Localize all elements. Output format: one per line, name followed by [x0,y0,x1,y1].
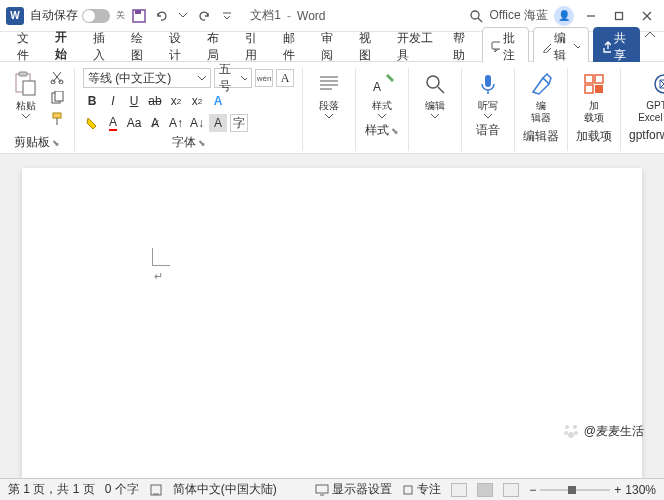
zoom-slider[interactable] [540,489,610,491]
format-painter-icon[interactable] [48,110,66,128]
superscript-button[interactable]: x2 [188,92,206,110]
document-area[interactable]: ↵ [0,154,664,478]
text-effects-icon[interactable]: A [209,92,227,110]
app-name: Word [297,9,325,23]
status-page[interactable]: 第 1 页，共 1 页 [8,481,95,498]
grow-font-icon[interactable]: A↑ [167,114,185,132]
editor-button[interactable]: 编 辑器 [523,68,559,126]
copy-icon[interactable] [48,89,66,107]
user-name[interactable]: Office 海蓝 [490,7,548,24]
pencil-icon [542,41,551,53]
svg-line-4 [478,18,482,22]
ribbon: 粘贴 剪贴板⬊ 等线 (中文正文) 五号 wén A B I U a [0,62,664,154]
styles-button[interactable]: A 样式 [364,68,400,120]
zoom-level[interactable]: 130% [625,483,656,497]
change-case-button[interactable]: Aa [125,114,143,132]
collapse-ribbon-icon[interactable] [644,27,656,43]
char-border-icon[interactable]: A [276,69,294,87]
search-icon[interactable] [468,8,484,24]
italic-button[interactable]: I [104,92,122,110]
dialog-launcher-icon[interactable]: ⬊ [52,138,60,148]
dialog-launcher-icon[interactable]: ⬊ [198,138,206,148]
chevron-down-icon [22,114,30,118]
paste-icon [12,70,40,98]
autosave-label: 自动保存 [30,7,78,24]
subscript-button[interactable]: x2 [167,92,185,110]
paste-button[interactable]: 粘贴 [8,68,44,120]
editing-button[interactable]: 编辑 [533,27,589,67]
redo-icon[interactable] [197,8,213,24]
group-paragraph: 段落 [311,68,356,151]
font-name-combo[interactable]: 等线 (中文正文) [83,68,211,88]
save-icon[interactable] [131,8,147,24]
paragraph-button[interactable]: 段落 [311,68,347,120]
phonetic-guide-icon[interactable]: wén [255,69,273,87]
highlight-button[interactable] [83,114,101,132]
status-display[interactable]: 显示器设置 [315,481,392,498]
font-color-button[interactable]: A [104,114,122,132]
minimize-icon[interactable] [580,5,602,27]
group-editor: 编 辑器 编辑器 [523,68,568,151]
maximize-icon[interactable] [608,5,630,27]
addins-button[interactable]: 加 载项 [576,68,612,126]
svg-rect-27 [595,75,603,83]
view-web-icon[interactable] [503,483,519,497]
styles-icon: A [368,70,396,98]
char-shading-icon[interactable]: A [209,114,227,132]
bold-button[interactable]: B [83,92,101,110]
editor-icon [527,70,555,98]
group-styles: A 样式 样式⬊ [364,68,409,151]
clear-format-icon[interactable]: A̷ [146,114,164,132]
ruler-margin-mark [152,248,170,266]
svg-rect-25 [485,75,491,87]
svg-rect-12 [23,81,35,95]
page[interactable]: ↵ [22,168,642,478]
status-word-count[interactable]: 0 个字 [105,481,139,498]
ribbon-tabs: 文件 开始 插入 绘图 设计 布局 引用 邮件 审阅 视图 开发工具 帮助 批注… [0,32,664,62]
status-focus[interactable]: 专注 [402,481,441,498]
undo-icon[interactable] [153,8,169,24]
autosave-toggle-icon[interactable] [82,9,110,23]
zoom-out-icon[interactable]: − [529,483,536,497]
share-button[interactable]: 共享 [593,27,640,67]
app-icon: W [6,7,24,25]
view-read-icon[interactable] [451,483,467,497]
close-icon[interactable] [636,5,658,27]
enclose-char-icon[interactable]: 字 [230,114,248,132]
cut-icon[interactable] [48,68,66,86]
dialog-launcher-icon[interactable]: ⬊ [391,126,399,136]
shrink-font-icon[interactable]: A↓ [188,114,206,132]
strike-button[interactable]: ab [146,92,164,110]
group-addins: 加 载项 加载项 [576,68,621,151]
autosave-state: 关 [116,9,125,22]
svg-point-3 [471,11,479,19]
focus-icon [402,484,414,496]
svg-rect-39 [404,486,412,494]
dictate-button[interactable]: 听写 [470,68,506,120]
underline-button[interactable]: U [125,92,143,110]
paragraph-icon [315,70,343,98]
svg-rect-6 [616,12,623,19]
svg-rect-17 [53,113,61,118]
chevron-down-icon[interactable] [175,8,191,24]
svg-rect-29 [595,85,603,93]
spellcheck-icon[interactable] [149,483,163,497]
view-print-icon[interactable] [477,483,493,497]
monitor-icon [315,484,329,496]
editing-group-button[interactable]: 编辑 [417,68,453,120]
zoom-in-icon[interactable]: + [614,483,621,497]
svg-line-24 [438,87,444,93]
gpt-button[interactable]: GPT for Excel Word [634,68,664,126]
svg-text:A: A [373,80,381,94]
font-size-combo[interactable]: 五号 [214,68,252,88]
qat-more-icon[interactable] [219,8,235,24]
comment-icon [491,41,500,53]
document-title: 文档1 [250,7,281,24]
status-bar: 第 1 页，共 1 页 0 个字 简体中文(中国大陆) 显示器设置 专注 − +… [0,478,664,500]
comments-button[interactable]: 批注 [482,27,529,67]
avatar[interactable]: 👤 [554,6,574,26]
svg-point-23 [427,76,439,88]
status-language[interactable]: 简体中文(中国大陆) [173,481,277,498]
svg-rect-26 [585,75,593,83]
autosave[interactable]: 自动保存 关 [30,7,125,24]
